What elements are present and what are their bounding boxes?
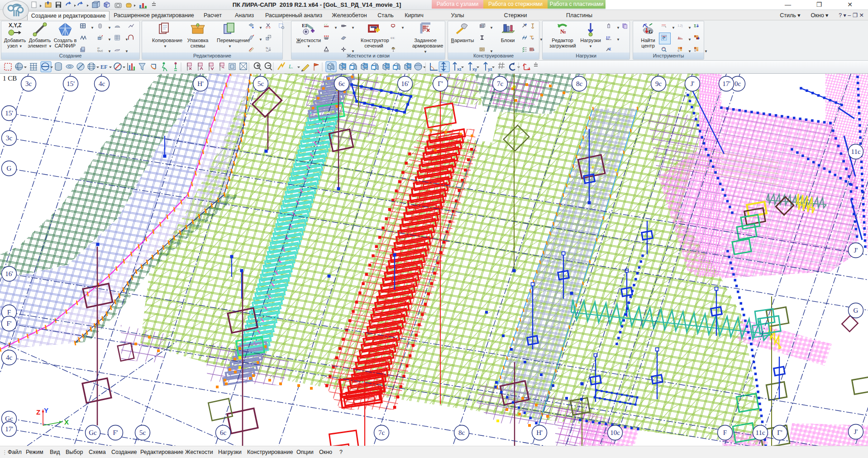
svg-text:3c: 3c (6, 134, 13, 142)
svg-text:5c: 5c (258, 80, 264, 87)
svg-text:P: P (532, 38, 534, 40)
svg-text:F': F' (6, 320, 11, 327)
svg-text:xz: xz (457, 67, 462, 72)
svg-text:Σ: Σ (694, 24, 696, 28)
svg-text:F: F (723, 429, 727, 436)
svg-text:5c: 5c (139, 429, 146, 436)
svg-text:4c: 4c (99, 80, 105, 87)
svg-text:CC: CC (391, 36, 395, 40)
svg-text:yz: yz (488, 67, 492, 72)
svg-text:1,2: 1,2 (266, 49, 269, 52)
svg-text:9c: 9c (655, 80, 662, 87)
svg-text:EF: EF (100, 64, 107, 70)
svg-text:G: G (854, 307, 858, 314)
svg-text:16': 16' (5, 270, 13, 277)
svg-text:xy: xy (472, 67, 477, 72)
svg-text:J': J' (854, 247, 858, 254)
svg-text:7c: 7c (378, 429, 385, 436)
svg-text:1 СВ: 1 СВ (3, 75, 17, 82)
svg-text:Г': Г' (438, 80, 443, 87)
svg-text:f(x,y): f(x,y) (97, 49, 103, 52)
svg-text:Y: Y (44, 406, 48, 414)
svg-text:Gc: Gc (5, 415, 13, 422)
svg-text:L.: L. (288, 63, 293, 70)
svg-text:7c: 7c (497, 80, 504, 87)
svg-text:0c: 0c (734, 80, 741, 87)
svg-text:4c: 4c (6, 354, 13, 361)
svg-text:15': 15' (67, 80, 75, 87)
svg-text:Г': Г' (777, 429, 782, 436)
svg-text:J': J' (691, 80, 695, 87)
svg-text:F': F' (113, 429, 118, 436)
svg-text:№: № (266, 47, 268, 49)
svg-text:10c: 10c (610, 429, 620, 436)
svg-text:J': J' (854, 428, 858, 435)
svg-text:6c: 6c (220, 429, 227, 436)
svg-text:C: C (677, 49, 679, 52)
svg-text:6c: 6c (339, 80, 345, 87)
svg-text:1.2): 1.2) (677, 24, 682, 28)
svg-text:X: X (64, 418, 69, 426)
svg-text:11c: 11c (755, 429, 765, 436)
svg-text:8c: 8c (576, 80, 583, 87)
svg-text:17': 17' (722, 80, 730, 87)
svg-text:Gc: Gc (89, 429, 97, 436)
svg-text:F: F (7, 309, 11, 316)
svg-text:X,Y,Z: X,Y,Z (9, 22, 22, 29)
svg-text:15': 15' (5, 110, 13, 117)
svg-text:11c: 11c (851, 148, 860, 155)
svg-text:z=: z= (97, 47, 100, 49)
svg-text:3c: 3c (25, 80, 32, 87)
svg-text:G: G (7, 165, 12, 172)
svg-text:Z: Z (36, 408, 40, 416)
svg-text:H': H' (197, 80, 204, 87)
svg-text:№: № (560, 28, 566, 35)
svg-text:17': 17' (5, 425, 13, 433)
svg-text:£: £ (533, 48, 534, 51)
svg-text:G: G (649, 29, 653, 35)
svg-text:H': H' (536, 429, 543, 436)
svg-text:8c: 8c (458, 429, 465, 436)
svg-text:16': 16' (401, 80, 409, 87)
